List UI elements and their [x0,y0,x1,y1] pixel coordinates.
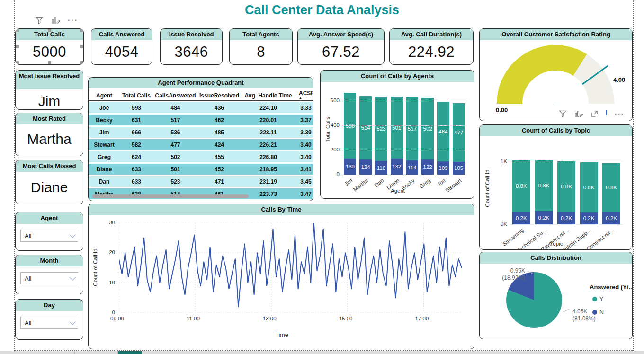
slicer-label: Agent [16,212,83,224]
table-header-row[interactable]: AgentTotal CallsCallsAnsweredIssueResolv… [89,90,313,101]
table-row[interactable]: Diane633501452218.953.41 [89,164,313,175]
analyze-icon[interactable] [51,16,60,25]
analyze-icon[interactable] [574,110,583,118]
kpi-card-issue-resolved[interactable]: Issue Resolved 3646 [160,28,223,65]
bar-segment-answered[interactable]: 0.8K [580,162,598,212]
table-cell: 536 [153,129,198,136]
column-header[interactable]: Agent [89,92,120,99]
horizontal-scrollbar[interactable] [92,194,308,198]
highlight-label: Most Rated [16,113,83,124]
table-row[interactable]: Stewart582477424226.213.40 [89,139,313,150]
bar-segment-missed[interactable]: 0.2K [580,212,598,224]
column-header[interactable]: Avg. Handle Time [241,92,296,99]
selection-handle[interactable] [16,45,19,48]
x-category-label: Joe [436,177,447,187]
column-header[interactable]: IssueResolved [198,92,241,99]
column-header[interactable]: CallsAnswered [153,92,198,99]
table-row[interactable]: Joe593484436224.103.33 [89,102,313,113]
calls-by-agents-chart-panel[interactable]: Count of Calls by Agents 130536124514110… [320,70,474,199]
x-tick-label: 13:00 [263,316,282,321]
bar-segment-missed[interactable]: 0.2K [557,212,575,224]
legend-item-y[interactable]: Y [592,296,603,302]
kpi-card-calls-answered[interactable]: Calls Answered 4054 [91,28,152,65]
bar-segment-missed[interactable]: 114 [406,160,418,175]
chart-title: Overall Customer Satisfaction Rating [480,29,632,40]
calls-by-agents-plot[interactable]: 1305361245141105231325011145171225021094… [342,88,466,175]
page-title: Call Center Data Analysis [180,3,464,18]
more-options-icon[interactable]: ··· [615,110,625,118]
bar-segment-missed[interactable]: 130 [344,159,356,175]
table-cell: 633 [120,178,153,185]
kpi-label: Avg. Call Duration(s) [390,29,473,40]
column-header[interactable]: ACSR▲ [296,90,313,99]
selection-handle[interactable] [80,45,83,48]
canvas-border-left [14,0,15,351]
highlight-card-most-issue-resolved[interactable]: Most Issue Resolved Jim [15,70,83,110]
scrollbar-thumb[interactable] [92,194,249,198]
bar-segment-answered[interactable]: 501 [391,97,403,158]
kpi-value: 4054 [91,44,152,61]
focus-mode-icon[interactable] [590,110,599,118]
table-cell: 218.95 [241,166,296,173]
kpi-card-avg-answer-speed[interactable]: Avg. Answer Speed(s) 67.52 [297,28,385,65]
calls-by-topic-plot[interactable]: 0.2K0.8K0.2K0.8K0.2K0.8K0.2K0.8K0.2K0.8K [510,154,623,224]
table-row[interactable]: Jim666536485228.113.39 [89,127,313,138]
bar-segment-answered[interactable]: 517 [406,97,418,160]
calls-by-time-chart-panel[interactable]: Calls By Time Count of Call Id Time 0102… [88,204,474,349]
agent-filter-dropdown[interactable]: All [20,230,78,242]
table-row[interactable]: Greg624502455226.803.40 [89,151,313,162]
calls-distribution-panel[interactable]: Calls Distribution 0.95K(18.92%) 4.05K(8… [479,252,633,339]
bar-segment-missed[interactable]: 0.2K [512,212,530,224]
bar-segment-answered[interactable]: 477 [453,103,465,162]
day-filter-dropdown[interactable]: All [20,317,78,329]
selection-handle[interactable] [16,61,19,64]
bar-segment-missed[interactable]: 132 [391,159,403,175]
bar-segment-answered[interactable]: 0.8K [557,161,575,212]
bar-segment-missed[interactable]: 122 [421,159,434,175]
highlight-card-most-calls-missed[interactable]: Most Calls Missed Diane [15,160,83,204]
selection-handle[interactable] [16,29,19,32]
y-tick-label: 0 [102,310,115,315]
filter-icon[interactable] [559,110,567,118]
bar-segment-answered[interactable]: 484 [437,102,449,161]
bar-segment-missed[interactable]: 0.2K [535,211,553,224]
satisfaction-gauge-panel[interactable]: Overall Customer Satisfaction Rating 3.4… [479,28,633,121]
table-cell: 3.40 [296,142,313,148]
calls-by-time-line[interactable] [119,223,462,313]
bar-segment-answered[interactable]: 0.8K [512,160,530,212]
month-filter-dropdown[interactable]: All [20,272,78,284]
table-cell: 485 [198,129,241,136]
bar-segment-missed[interactable]: 105 [453,162,465,175]
bar-segment-missed[interactable]: 124 [359,159,372,175]
bar-segment-answered[interactable]: 0.8K [602,163,620,212]
bar-segment-missed[interactable]: 109 [437,161,449,175]
selection-handle[interactable] [80,29,83,32]
bar-segment-answered[interactable]: 0.8K [535,160,553,211]
y-tick-label: 400 [322,122,340,128]
pie-callout-n: 0.95K(18.92%) [494,267,525,282]
table-cell: 593 [120,105,153,111]
bar-segment-answered[interactable]: 523 [375,97,387,161]
agent-performance-table-panel[interactable]: Agent Performance Quadrant AgentTotal Ca… [88,77,313,201]
slicer-label: Day [16,300,83,311]
kpi-card-total-calls[interactable]: Total Calls 5000 [15,28,84,65]
table-row[interactable]: Dan633523471231.193.45 [89,176,313,187]
bottom-scrollbar-strip[interactable] [0,351,644,354]
bar-segment-missed[interactable]: 0.2K [602,212,620,224]
table-cell: 477 [153,142,198,148]
column-header[interactable]: Total Calls [120,92,153,99]
y-tick-label: 30 [102,220,115,225]
selection-handle[interactable] [48,61,51,64]
kpi-card-total-agents[interactable]: Total Agents 8 [229,28,293,65]
filter-icon[interactable] [35,16,44,25]
strip-divider [74,351,75,354]
more-options-icon[interactable]: ··· [68,16,78,25]
selection-handle[interactable] [80,61,83,64]
selection-handle[interactable] [48,29,51,32]
legend-item-n[interactable]: N [592,309,604,316]
table-row[interactable]: Becky631517462220.013.37 [89,115,313,125]
kpi-card-avg-call-duration[interactable]: Avg. Call Duration(s) 224.92 [389,28,474,65]
calls-by-topic-chart-panel[interactable]: Count of Calls by Topic 0.2K0.8K0.2K0.8K… [479,124,633,250]
bar-segment-missed[interactable]: 110 [375,161,387,175]
highlight-card-most-rated[interactable]: Most Rated Martha [15,113,83,156]
